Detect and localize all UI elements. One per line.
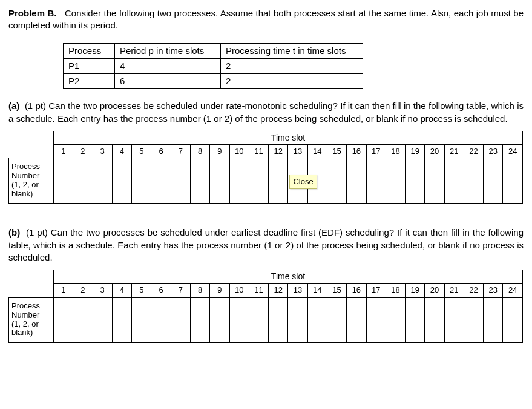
problem-intro: Consider the following two processes. As…: [8, 8, 524, 30]
schedule-table-a: Time slot 1 2 3 4 5 6 7 8 9 10 11 12 13 …: [8, 131, 523, 204]
slot-num: 7: [171, 144, 190, 158]
slot-num: 6: [151, 284, 171, 298]
schedule-cell[interactable]: [484, 297, 503, 342]
schedule-cell[interactable]: [366, 158, 386, 204]
ptime-header: Processing time t in time slots: [221, 43, 363, 58]
slot-num: 8: [190, 144, 209, 158]
schedule-cell[interactable]: [210, 158, 229, 204]
slot-num: 3: [93, 144, 112, 158]
schedule-cell[interactable]: [229, 297, 249, 342]
slot-num: 23: [484, 144, 503, 158]
slot-num: 16: [347, 284, 366, 298]
schedule-cell[interactable]: [484, 158, 503, 204]
schedule-cell[interactable]: [288, 297, 307, 342]
schedule-cell[interactable]: [269, 158, 288, 204]
timeslot-header: Time slot: [54, 131, 523, 144]
schedule-cell[interactable]: [464, 158, 483, 204]
part-b-body: Can the two processes be scheduled under…: [8, 227, 524, 262]
period-cell: 4: [115, 58, 221, 73]
slot-num: 23: [484, 284, 503, 298]
schedule-cell[interactable]: [307, 297, 327, 342]
row-label-l3: (1, 2, or: [11, 180, 39, 189]
schedule-cell[interactable]: [151, 297, 171, 342]
schedule-cell[interactable]: [93, 158, 112, 204]
schedule-cell[interactable]: [269, 297, 288, 342]
schedule-cell[interactable]: [132, 158, 151, 204]
slot-num: 18: [386, 284, 405, 298]
slot-num: 4: [112, 144, 131, 158]
schedule-cell[interactable]: [54, 158, 73, 204]
table-row: Process Number (1, 2, or blank): [9, 297, 523, 342]
schedule-cell[interactable]: [112, 158, 131, 204]
schedule-cell[interactable]: [73, 158, 93, 204]
period-cell: 6: [115, 74, 221, 89]
schedule-cell[interactable]: [406, 297, 425, 342]
process-cell: P2: [64, 74, 115, 89]
schedule-cell[interactable]: [503, 297, 523, 342]
schedule-cell[interactable]: [229, 158, 249, 204]
slot-num: 3: [93, 284, 112, 298]
slot-num: 13: [288, 144, 307, 158]
slot-num: 20: [425, 144, 444, 158]
schedule-cell[interactable]: [366, 297, 386, 342]
schedule-cell[interactable]: [210, 297, 229, 342]
schedule-a-wrap: Time slot 1 2 3 4 5 6 7 8 9 10 11 12 13 …: [8, 131, 524, 204]
schedule-cell[interactable]: [190, 297, 209, 342]
schedule-cell[interactable]: [249, 158, 268, 204]
slot-num: 8: [190, 284, 209, 298]
schedule-cell[interactable]: [93, 297, 112, 342]
schedule-cell[interactable]: [327, 297, 346, 342]
schedule-cell[interactable]: [444, 297, 464, 342]
slot-num: 19: [406, 144, 425, 158]
table-row: Time slot: [9, 270, 523, 284]
part-a-points: (1 pt): [25, 101, 46, 111]
schedule-cell[interactable]: [444, 158, 464, 204]
close-tooltip[interactable]: Close: [289, 175, 317, 189]
blank-corner: [9, 144, 54, 158]
row-label-l1: Process: [11, 162, 40, 171]
slot-num: 5: [132, 144, 151, 158]
row-label: Process Number (1, 2, or blank): [9, 158, 54, 204]
schedule-cell[interactable]: [327, 158, 346, 204]
schedule-cell[interactable]: [249, 297, 268, 342]
schedule-cell[interactable]: [464, 297, 483, 342]
slot-num: 2: [73, 284, 93, 298]
schedule-cell[interactable]: [171, 297, 190, 342]
part-a-text: (a) (1 pt) Can the two processes be sche…: [8, 100, 524, 125]
row-label-l2: Number: [11, 310, 39, 319]
slot-num: 7: [171, 284, 190, 298]
schedule-cell[interactable]: [132, 297, 151, 342]
schedule-cell[interactable]: [503, 158, 523, 204]
table-row: Time slot: [9, 131, 523, 144]
schedule-cell[interactable]: [171, 158, 190, 204]
slot-num: 14: [307, 144, 327, 158]
period-header: Period p in time slots: [115, 43, 221, 58]
schedule-cell[interactable]: [386, 158, 405, 204]
schedule-cell[interactable]: [425, 158, 444, 204]
slot-num: 6: [151, 144, 171, 158]
schedule-cell[interactable]: [112, 297, 131, 342]
process-table: Process Period p in time slots Processin…: [63, 43, 363, 90]
slot-num: 15: [327, 144, 346, 158]
schedule-cell[interactable]: [386, 297, 405, 342]
schedule-cell[interactable]: [347, 158, 366, 204]
part-a-body: Can the two processes be scheduled under…: [8, 101, 524, 123]
problem-label: Problem B.: [8, 8, 57, 18]
slot-num: 24: [503, 284, 523, 298]
schedule-cell[interactable]: [406, 158, 425, 204]
schedule-cell[interactable]: [347, 297, 366, 342]
schedule-cell[interactable]: [425, 297, 444, 342]
problem-heading: Problem B. Consider the following two pr…: [8, 7, 524, 32]
row-label-l3: (1, 2, or: [11, 319, 39, 328]
slot-num: 20: [425, 284, 444, 298]
schedule-cell[interactable]: [73, 297, 93, 342]
schedule-cell[interactable]: [190, 158, 209, 204]
slot-num: 22: [464, 144, 483, 158]
schedule-cell[interactable]: [151, 158, 171, 204]
slot-num: 21: [444, 284, 464, 298]
slot-num: 12: [269, 144, 288, 158]
schedule-cell[interactable]: [54, 297, 73, 342]
blank-corner: [9, 270, 54, 284]
row-label-l2: Number: [11, 171, 39, 180]
row-label-l1: Process: [11, 301, 40, 310]
